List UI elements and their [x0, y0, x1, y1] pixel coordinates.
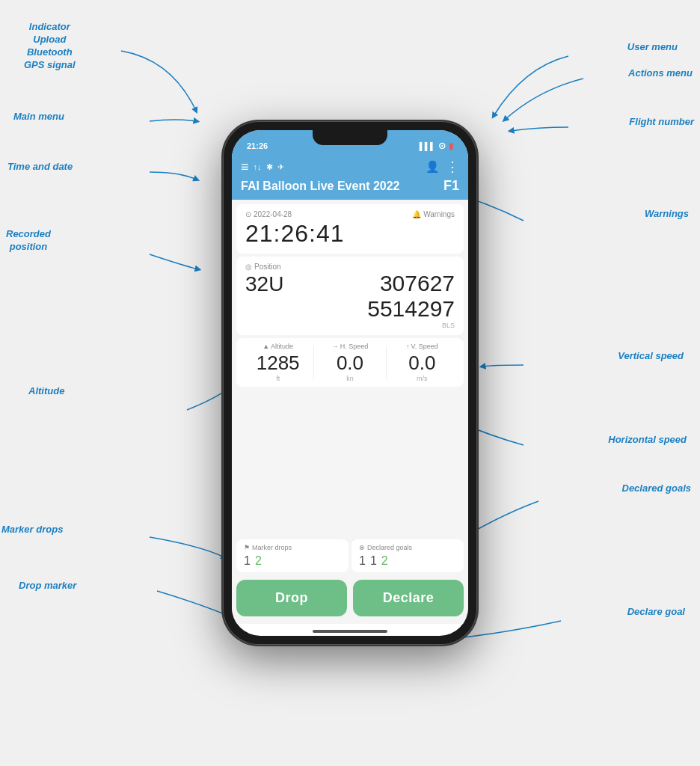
- hspeed-value: 0.0: [337, 352, 363, 375]
- notch: [313, 130, 387, 145]
- clock-icon: ⊙: [245, 210, 251, 218]
- declared-goals-annotation: Declared goals: [622, 482, 692, 495]
- warnings-label: 🔔 Warnings: [412, 210, 455, 218]
- time-display: 21:26:41: [245, 220, 455, 248]
- header-title-row: FAI Balloon Live Event 2022 F1: [241, 178, 459, 194]
- home-indicator: [313, 630, 387, 633]
- status-icons: ▌▌▌ ⊙ ▮: [420, 141, 453, 151]
- marker-drops-card: ⚑ Marker drops 1 2: [236, 539, 349, 572]
- position-icon: ◎: [245, 263, 252, 271]
- gps-icon: ✈: [277, 162, 284, 172]
- declared-num-2: 1: [370, 554, 377, 568]
- upload-icon: ↑↓: [254, 162, 262, 171]
- position-label: ◎ Position: [245, 263, 455, 271]
- header-left-icons: ≡ ↑↓ ✱ ✈: [241, 159, 284, 175]
- marker-drops-annotation: Marker drops: [1, 524, 63, 536]
- bls-label: BLS: [442, 322, 455, 329]
- hamburger-icon[interactable]: ≡: [241, 159, 249, 175]
- coord2: 5514297: [367, 296, 455, 322]
- wifi-icon: ⊙: [438, 141, 446, 151]
- datetime-header: ⊙ 2022-04-28 🔔 Warnings: [245, 210, 455, 218]
- recorded-annotation: Recordedposition: [6, 228, 51, 254]
- user-icon[interactable]: 👤: [426, 160, 440, 174]
- bottom-section: ⚑ Marker drops 1 2 ⊗ Declared goal: [236, 390, 464, 619]
- actions-menu-annotation: Actions menu: [628, 67, 693, 80]
- metrics-section: ▲ Altitude 1285 ft → H. Speed 0.0 kn: [236, 338, 464, 387]
- flight-number-annotation: Flight number: [629, 116, 694, 129]
- hspeed-unit: kn: [346, 375, 354, 382]
- hspeed-annotation: Horizontal speed: [608, 434, 687, 447]
- drop-marker-annotation: Drop marker: [19, 580, 76, 592]
- indicator-annotation: IndicatorUploadBluetoothGPS signal: [24, 21, 76, 72]
- position-row1: 32U 307627: [245, 271, 455, 296]
- app-title: FAI Balloon Live Event 2022: [241, 180, 400, 193]
- phone-screen: 21:26 ▌▌▌ ⊙ ▮ ≡ ↑↓ ✱ ✈ 👤: [232, 130, 468, 636]
- vspeed-label: ↑ V. Speed: [406, 343, 438, 350]
- page-wrapper: IndicatorUploadBluetoothGPS signal Main …: [0, 0, 700, 766]
- declared-goals-card: ⊗ Declared goals 1 1 2: [351, 539, 464, 572]
- action-buttons: Drop Declare: [236, 577, 464, 619]
- hspeed-label: → H. Speed: [332, 343, 369, 350]
- warnings-annotation: Warnings: [645, 208, 689, 221]
- app-header: ≡ ↑↓ ✱ ✈ 👤 ⋮ FAI Balloon Live Event 2022…: [232, 154, 468, 200]
- declared-label: ⊗ Declared goals: [359, 544, 456, 551]
- bluetooth-icon: ✱: [266, 162, 273, 172]
- altitude-label: ▲ Altitude: [262, 343, 293, 350]
- marker-icon: ⚑: [244, 544, 250, 551]
- flight-number: F1: [443, 178, 459, 194]
- declared-icon: ⊗: [359, 544, 365, 551]
- battery-icon: ▮: [449, 141, 453, 151]
- drop-button[interactable]: Drop: [236, 580, 347, 616]
- altitude-icon: ▲: [262, 343, 269, 350]
- marker-numbers: 1 2: [244, 554, 341, 568]
- altitude-col: ▲ Altitude 1285 ft: [242, 343, 313, 382]
- phone-shell: 21:26 ▌▌▌ ⊙ ▮ ≡ ↑↓ ✱ ✈ 👤: [223, 121, 477, 645]
- time-date-annotation: Time and date: [7, 161, 73, 174]
- marker-drops-label: ⚑ Marker drops: [244, 544, 341, 551]
- vspeed-unit: m/s: [417, 375, 428, 382]
- app-content: ⊙ 2022-04-28 🔔 Warnings 21:26:41 ◎: [232, 200, 468, 624]
- drops-row: ⚑ Marker drops 1 2 ⊗ Declared goal: [236, 539, 464, 572]
- header-top-row: ≡ ↑↓ ✱ ✈ 👤 ⋮: [241, 159, 459, 175]
- bell-icon: 🔔: [412, 210, 421, 218]
- altitude-annotation: Altitude: [28, 385, 64, 398]
- hspeed-col: → H. Speed 0.0 kn: [314, 343, 385, 382]
- altitude-unit: ft: [276, 375, 280, 382]
- declare-goal-annotation: Declare goal: [627, 606, 685, 619]
- vspeed-value: 0.0: [408, 352, 435, 375]
- marker-num-2: 2: [255, 554, 262, 568]
- coord1: 307627: [380, 271, 455, 296]
- declared-num-1: 1: [359, 554, 366, 568]
- signal-icon: ▌▌▌: [420, 142, 435, 150]
- status-time: 21:26: [247, 141, 268, 150]
- declared-num-3: 2: [381, 554, 388, 568]
- date-label: ⊙ 2022-04-28: [245, 210, 292, 218]
- header-right-icons: 👤 ⋮: [426, 159, 459, 175]
- vspeed-annotation: Vertical speed: [618, 350, 684, 363]
- more-icon[interactable]: ⋮: [446, 159, 459, 175]
- main-menu-annotation: Main menu: [13, 111, 64, 123]
- vspeed-icon: ↑: [406, 343, 410, 350]
- hspeed-icon: →: [332, 343, 339, 350]
- vspeed-col: ↑ V. Speed 0.0 m/s: [387, 343, 458, 382]
- datetime-card: ⊙ 2022-04-28 🔔 Warnings 21:26:41: [236, 204, 464, 254]
- declared-numbers: 1 1 2: [359, 554, 456, 568]
- altitude-value: 1285: [257, 352, 300, 375]
- position-card: ◎ Position 32U 307627 5514297 BLS: [236, 257, 464, 335]
- position-zone: 32U: [245, 272, 283, 296]
- declare-button[interactable]: Declare: [353, 580, 464, 616]
- user-menu-annotation: User menu: [627, 41, 678, 54]
- marker-num-1: 1: [244, 554, 251, 568]
